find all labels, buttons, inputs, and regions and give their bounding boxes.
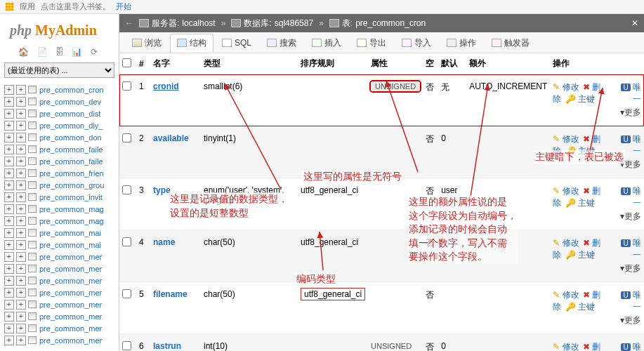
expand-icon[interactable]: + — [16, 336, 26, 345]
expand-icon[interactable]: + — [4, 97, 14, 107]
row-check[interactable] — [122, 81, 131, 91]
more-dropdown[interactable]: ▾更多 — [615, 263, 641, 274]
expand-icon[interactable]: + — [4, 300, 14, 310]
tree-table-item[interactable]: ++pre_common_mer — [4, 263, 119, 274]
unique-link[interactable]: U 唯一 — [615, 81, 641, 105]
expand-icon[interactable]: + — [4, 204, 14, 214]
tab-operations[interactable]: 操作 — [440, 34, 483, 52]
table-tree[interactable]: ++pre_common_cron++pre_common_dev++pre_c… — [0, 84, 119, 351]
bc-table[interactable]: pre_common_cron — [355, 18, 426, 28]
expand-icon[interactable]: + — [4, 252, 14, 262]
tab-browse[interactable]: 浏览 — [125, 34, 169, 52]
expand-icon[interactable]: + — [16, 240, 26, 250]
tree-table-item[interactable]: ++pre_common_mer — [4, 286, 119, 298]
change-link[interactable]: ✎ 修改 — [553, 342, 579, 351]
expand-icon[interactable]: + — [16, 85, 26, 95]
expand-icon[interactable]: + — [16, 216, 26, 226]
expand-icon[interactable]: + — [4, 109, 14, 119]
bookmark-hint[interactable]: 点击这里导入书签。 — [41, 1, 110, 12]
expand-icon[interactable]: + — [16, 121, 26, 131]
pk-link[interactable]: 🔑 主键 — [565, 94, 595, 104]
col-name[interactable]: 名字 — [150, 53, 201, 74]
expand-icon[interactable]: + — [4, 168, 14, 178]
expand-icon[interactable]: + — [16, 145, 26, 154]
row-check[interactable] — [122, 237, 131, 246]
expand-icon[interactable]: + — [16, 97, 26, 107]
tree-table-item[interactable]: ++pre_common_frien — [4, 167, 119, 179]
unique-link[interactable]: U 唯一 — [615, 341, 641, 351]
more-dropdown[interactable]: ▾更多 — [615, 159, 641, 171]
expand-icon[interactable]: + — [4, 145, 14, 154]
change-link[interactable]: ✎ 修改 — [553, 238, 579, 248]
expand-icon[interactable]: + — [16, 288, 26, 298]
expand-icon[interactable]: + — [16, 228, 26, 238]
change-link[interactable]: ✎ 修改 — [553, 82, 579, 92]
pk-link[interactable]: 🔑 主键 — [565, 198, 595, 208]
check-all[interactable] — [122, 58, 131, 67]
col-collation[interactable]: 排序规则 — [298, 53, 368, 74]
expand-icon[interactable]: + — [4, 312, 14, 322]
col-name-val[interactable]: name — [153, 237, 175, 247]
col-attr[interactable]: 属性 — [368, 53, 423, 74]
expand-icon[interactable]: + — [16, 204, 26, 214]
expand-icon[interactable]: + — [4, 288, 14, 298]
col-name-val[interactable]: filename — [153, 289, 188, 299]
col-name-val[interactable]: lastrun — [153, 341, 181, 351]
unique-link[interactable]: U 唯一 — [615, 133, 641, 157]
col-extra[interactable]: 额外 — [466, 53, 550, 74]
tab-search[interactable]: 搜索 — [260, 34, 303, 52]
col-num[interactable]: # — [136, 53, 150, 74]
row-check[interactable] — [122, 289, 131, 298]
expand-icon[interactable]: + — [4, 336, 14, 345]
tree-table-item[interactable]: ++pre_common_mag — [4, 215, 119, 227]
expand-icon[interactable]: + — [4, 264, 14, 274]
start-link[interactable]: 开始 — [116, 1, 131, 12]
recent-tables-select[interactable]: (最近使用的表) ... — [4, 62, 114, 78]
tab-triggers[interactable]: 触发器 — [485, 34, 537, 52]
row-check[interactable] — [122, 133, 131, 143]
tree-table-item[interactable]: ++pre_common_mer — [4, 251, 119, 263]
more-dropdown[interactable]: ▾更多 — [615, 107, 641, 119]
tree-table-item[interactable]: ++pre_common_mer — [4, 298, 119, 310]
sidebar-toolbar[interactable]: 🏠 📄 🗄 📊 ⟳ — [0, 46, 119, 58]
expand-icon[interactable]: + — [16, 264, 26, 274]
col-name-val[interactable]: available — [153, 133, 189, 143]
change-link[interactable]: ✎ 修改 — [553, 186, 579, 196]
tree-table-item[interactable]: ++pre_common_faile — [4, 143, 119, 155]
expand-icon[interactable]: + — [16, 324, 26, 333]
tree-table-item[interactable]: ++pre_common_invit — [4, 191, 119, 203]
expand-icon[interactable]: + — [4, 180, 14, 190]
more-dropdown[interactable]: ▾更多 — [615, 314, 641, 326]
tree-table-item[interactable]: ++pre_common_mer — [4, 334, 119, 346]
apps-label[interactable]: 应用 — [20, 1, 35, 12]
more-dropdown[interactable]: ▾更多 — [615, 211, 641, 223]
bc-db[interactable]: sql486587 — [275, 18, 313, 28]
expand-icon[interactable]: + — [16, 180, 26, 190]
tree-table-item[interactable]: ++pre_common_dist — [4, 107, 119, 119]
nav-left-icon[interactable]: ← — [125, 18, 133, 28]
expand-icon[interactable]: + — [4, 85, 14, 95]
col-null[interactable]: 空 — [423, 53, 438, 74]
col-name-val[interactable]: cronid — [153, 81, 179, 91]
col-type[interactable]: 类型 — [201, 53, 298, 74]
unique-link[interactable]: U 唯一 — [615, 185, 641, 209]
unique-link[interactable]: U 唯一 — [615, 289, 641, 313]
expand-icon[interactable]: + — [16, 168, 26, 178]
expand-icon[interactable]: + — [4, 121, 14, 131]
tab-sql[interactable]: SQL — [215, 34, 258, 51]
tree-table-item[interactable]: ++pre_common_grou — [4, 179, 119, 191]
expand-icon[interactable]: + — [16, 192, 26, 202]
tab-insert[interactable]: 插入 — [305, 34, 348, 52]
close-icon[interactable]: ✕ — [631, 18, 638, 28]
col-name-val[interactable]: type — [153, 185, 171, 195]
row-check[interactable] — [122, 185, 131, 194]
tab-import[interactable]: 导入 — [395, 34, 438, 52]
expand-icon[interactable]: + — [4, 228, 14, 238]
expand-icon[interactable]: + — [16, 157, 26, 166]
expand-icon[interactable]: + — [4, 240, 14, 250]
tree-table-item[interactable]: ++pre_common_mai — [4, 239, 119, 251]
pk-link[interactable]: 🔑 主键 — [565, 250, 595, 260]
tree-table-item[interactable]: ++pre_common_don — [4, 131, 119, 143]
pk-link[interactable]: 🔑 主键 — [565, 302, 595, 312]
tree-table-item[interactable]: ++pre_common_diy_ — [4, 119, 119, 131]
